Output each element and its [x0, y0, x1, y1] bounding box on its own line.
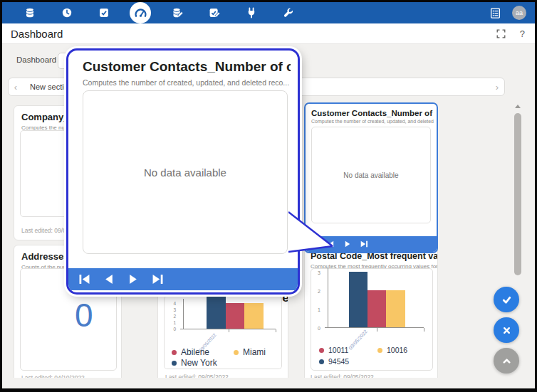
scroll-to-top-button[interactable]: [494, 348, 519, 374]
no-data-text: No data available: [312, 127, 430, 223]
card-customer-contacts[interactable]: Customer Contacts_Number of o... Compute…: [304, 102, 438, 253]
legend-dot: [319, 359, 324, 364]
y-axis-ticks: 01234: [165, 296, 180, 329]
tabs-prev-chevron-icon[interactable]: ‹: [9, 82, 23, 92]
check-square-icon[interactable]: [98, 7, 110, 19]
bar-94545: [349, 272, 367, 327]
x-axis-line: [325, 327, 424, 328]
clock-icon[interactable]: [61, 7, 73, 19]
plug-icon[interactable]: [245, 7, 257, 19]
window-frame: aa Dashboard ? Dashboard t ‹ New section…: [0, 0, 537, 392]
y-tick-label: 2: [173, 314, 176, 319]
y-tick-label: 2: [318, 289, 320, 294]
card-postal-code[interactable]: Postal Code_Most frequent values Compute…: [304, 246, 438, 378]
wrench-icon[interactable]: [282, 7, 294, 19]
y-tick-label: 0: [173, 327, 176, 332]
y-axis-line: [328, 267, 328, 327]
popup-subtitle: Computes the number of created, updated,…: [83, 78, 291, 87]
legend-item: 10016: [377, 346, 407, 354]
scrollbar-up-arrow[interactable]: [515, 105, 521, 108]
page-header: Dashboard ?: [2, 23, 535, 44]
legend-item: New York: [172, 358, 217, 368]
x-tick: [229, 329, 229, 332]
next-page-button[interactable]: [127, 274, 140, 285]
card-pagination-bar: [306, 236, 437, 252]
y-tick-label: 1: [318, 307, 320, 312]
y-tick-label: 1: [173, 320, 176, 325]
legend-label: 10011: [328, 346, 348, 354]
next-page-button[interactable]: [343, 240, 352, 248]
legend-label: New York: [181, 358, 217, 368]
last-edited: Last edited: 04/10/2022: [21, 374, 85, 378]
card-title: Customer Contacts_Number of o...: [311, 109, 434, 117]
bar-miami: [244, 303, 264, 329]
last-page-button[interactable]: [151, 274, 164, 285]
card-subtitle: Computes the number of created, updated,…: [311, 119, 434, 124]
legend-item: Miami: [234, 347, 266, 357]
scrollbar-thumb[interactable]: [514, 113, 521, 275]
bar-10011: [367, 290, 386, 327]
close-icon: [501, 325, 512, 336]
chart-box: 0123 09/05/2022 10011 10016: [311, 268, 433, 371]
bar-10016: [386, 290, 405, 327]
form-list-icon[interactable]: [489, 7, 501, 19]
popup-title: Customer Contacts_Number of o...: [83, 59, 291, 75]
previous-page-button[interactable]: [327, 240, 335, 248]
popup-body: No data available: [83, 90, 288, 254]
popup-pagination-bar: [68, 268, 298, 290]
x-tick-end: [424, 328, 424, 332]
legend-label: Miami: [243, 347, 266, 357]
legend-item: Abilene: [172, 347, 209, 357]
check-icon: [501, 294, 513, 306]
top-toolbar: aa: [2, 2, 535, 23]
bar-group: [349, 272, 405, 327]
legend-dot: [234, 350, 239, 355]
zoom-preview-popup: Customer Contacts_Number of o... Compute…: [66, 48, 300, 295]
card-postal-zoomed[interactable]: Postal Code_Most frequent values 01234 0…: [157, 285, 288, 378]
bar-abilene: [226, 303, 244, 329]
chevron-up-icon: [501, 355, 513, 367]
bar-new-york: [207, 297, 226, 329]
metric-value: 0: [75, 296, 93, 334]
card-body: No data available: [311, 127, 431, 223]
confirm-button[interactable]: [494, 287, 519, 312]
x-tick: [377, 328, 377, 332]
bar-group: [207, 297, 264, 329]
y-tick-label: 0: [318, 326, 320, 331]
app: aa Dashboard ? Dashboard t ‹ New section…: [2, 2, 535, 388]
y-tick-label: 3: [318, 270, 320, 275]
first-page-button[interactable]: [311, 240, 319, 248]
database-icon[interactable]: [24, 7, 36, 19]
x-axis-label: 09/05/2022: [348, 329, 368, 351]
legend-item: 10011: [319, 346, 348, 354]
legend-item: 94545: [319, 357, 349, 366]
check-edit-icon[interactable]: [208, 7, 220, 19]
legend-dot: [319, 348, 324, 353]
legend-label: 94545: [328, 357, 349, 366]
x-tick-end: [276, 329, 276, 332]
database-edit-icon[interactable]: [171, 7, 183, 19]
legend-label: Abilene: [181, 347, 209, 357]
x-axis-line: [180, 329, 276, 329]
help-icon[interactable]: ?: [520, 28, 525, 39]
legend-dot: [172, 361, 177, 366]
cancel-button[interactable]: [494, 317, 519, 343]
no-data-text: No data available: [83, 91, 287, 253]
page-title: Dashboard: [11, 28, 63, 40]
legend-dot: [377, 348, 382, 353]
y-axis-ticks: 0123: [311, 269, 325, 327]
y-tick-label: 4: [173, 301, 176, 306]
avatar[interactable]: aa: [512, 6, 526, 20]
y-axis-line: [183, 299, 184, 329]
fullscreen-icon[interactable]: [496, 29, 506, 38]
previous-page-button[interactable]: [103, 274, 115, 285]
legend-dot: [172, 350, 177, 355]
y-tick-label: 3: [173, 307, 176, 312]
tabs-next-chevron-icon[interactable]: ›: [490, 82, 504, 92]
last-page-button[interactable]: [360, 240, 368, 248]
content-viewport: Dashboard t ‹ New section › Company_ Com…: [2, 44, 535, 378]
chart-box: 01234 09/05/2022 Abilene Miami: [164, 296, 282, 369]
first-page-button[interactable]: [78, 274, 91, 285]
last-edited: Last edited: 09/05/2022: [165, 374, 229, 378]
gauge-icon-active[interactable]: [130, 2, 151, 23]
